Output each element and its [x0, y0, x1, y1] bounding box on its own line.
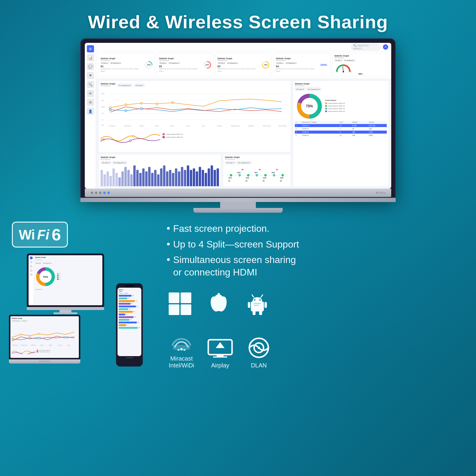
svg-text:June: June	[58, 344, 62, 346]
connections-row: Miracast Intel/WiDi Airpla	[167, 329, 464, 369]
bullet-1: •	[167, 222, 170, 235]
svg-text:75%: 75%	[43, 275, 48, 278]
tv-monitor: ⊞ 📊 💬 ⚑ 🔍 ✉ ⚙ 👤 🔍 Search to search... A	[80, 38, 396, 213]
android-icon	[244, 290, 271, 317]
laptop-chart-title: Statistic Graph	[12, 317, 78, 319]
dashboard-topbar: 🔍 Search to search... A	[96, 43, 391, 51]
donut-title: Statistic Graph	[295, 83, 387, 85]
bar-filter-categories[interactable]: All categories ▾	[112, 161, 127, 164]
svg-text:December: December	[278, 125, 287, 127]
timeline-filter-categories[interactable]: All categories ▾	[237, 161, 252, 164]
desktop-legend: sit sit sit sit	[57, 273, 60, 280]
feature-text-2: Up to 4 Split—screen Support	[173, 238, 464, 251]
svg-text:2014: 2014	[228, 177, 232, 179]
feature-item-1: • Fast screen projection.	[167, 222, 464, 235]
svg-text:August: August	[217, 125, 223, 127]
device-desktop: Statistic Graph All mentions: All stats …	[27, 253, 104, 314]
svg-text:June: June	[186, 125, 190, 127]
wifi-badge: Wi Fi 6	[12, 222, 68, 248]
svg-point-90	[29, 337, 31, 339]
timeline-filter-stats[interactable]: All stats ▾	[225, 161, 236, 164]
dashboard-content: 🔍 Search to search... A Statistic Graph …	[96, 43, 391, 189]
svg-point-86	[20, 334, 22, 335]
svg-text:2020: 2020	[280, 177, 284, 179]
svg-text:01: 01	[228, 180, 231, 182]
svg-text:October: October	[248, 125, 254, 127]
svg-text:March: March	[140, 125, 145, 127]
svg-text:July: July	[202, 125, 205, 127]
left-section: Wi Fi 6	[12, 222, 155, 367]
sidebar-chart-icon[interactable]: 📊	[87, 54, 94, 61]
table-row: 3ITEM 03520$100$	[295, 131, 387, 134]
line-chart-header: Statistic Graph All mentions: All catego…	[101, 83, 289, 87]
miracast-label: Miracast Intel/WiDi	[169, 355, 194, 369]
stat-card-5-info: Statistic Graph All mentions: All stats …	[334, 55, 387, 75]
svg-rect-115	[254, 305, 259, 306]
svg-text:2015: 2015	[237, 172, 240, 173]
svg-text:September: September	[231, 125, 240, 127]
stat-card-3-progress: 75%	[262, 61, 270, 69]
sidebar-flag-icon[interactable]: ⚑	[87, 72, 94, 79]
bullet-3: •	[167, 253, 170, 266]
stat-card-1-info: Statistic Graph All mentions: All stats …	[101, 57, 143, 72]
sidebar-msg-icon[interactable]: 💬	[87, 63, 94, 70]
user-avatar[interactable]: A	[383, 44, 388, 50]
svg-line-107	[261, 295, 263, 297]
charts-area: Statistic Graph All mentions: All catego…	[96, 79, 391, 189]
right-section: • Fast screen projection. • Up to 4 Spli…	[155, 222, 464, 369]
stat-card-2-num: 02	[159, 65, 201, 68]
stat-card-2: Statistic Graph All mentions: All stats …	[157, 53, 213, 77]
stat-card-2-info: Statistic Graph All mentions: All stats …	[159, 57, 201, 72]
bar-filter-stats[interactable]: All stats ▾	[101, 161, 111, 164]
bottom-charts-row: Statistic Graph All mentions: All stats …	[98, 154, 291, 187]
desktop-stat-sub: All mentions:	[35, 259, 101, 261]
biling-logo: ⚙ biling	[376, 191, 385, 194]
donut-chart-area: 75% Lorem ipsum Lorem ipsum dolor sit Lo…	[295, 92, 387, 121]
tv-frame: ⊞ 📊 💬 ⚑ 🔍 ✉ ⚙ 👤 🔍 Search to search... A	[80, 38, 396, 198]
stat-card-1: Statistic Graph All mentions: All stats …	[98, 53, 155, 77]
svg-line-106	[252, 295, 254, 297]
tv-stand-neck	[220, 202, 256, 208]
device-phone: StatisticGraph All stats ▾ All cat ▾ 60%	[116, 283, 143, 367]
sidebar-home-icon[interactable]: ⊞	[87, 45, 94, 52]
svg-rect-111	[264, 302, 267, 308]
stat-card-2-progress: 50%	[203, 61, 212, 69]
desktop-stand-base	[54, 312, 77, 314]
dashboard-sidebar: ⊞ 📊 💬 ⚑ 🔍 ✉ ⚙ 👤	[85, 43, 96, 189]
timeline-panel: Statistic Graph All mentions: All stats …	[223, 154, 291, 187]
svg-point-117	[180, 348, 183, 350]
svg-text:2016: 2016	[246, 177, 249, 179]
svg-text:February: February	[21, 344, 27, 346]
laptop-trackpad	[39, 361, 51, 362]
tv-dot-1	[91, 192, 93, 194]
svg-text:Tue: Tue	[101, 99, 104, 101]
search-box[interactable]: 🔍 Search to search...	[351, 43, 381, 51]
platforms-row	[167, 290, 464, 317]
desktop-inner: Statistic Graph All mentions: All stats …	[29, 255, 102, 305]
line-chart-filter-stats[interactable]: All stats ▾	[134, 84, 145, 87]
tv-dot-5	[107, 192, 110, 194]
laptop-legend: Lorem ipsum dolor sit Lorem ipsum dolor …	[37, 350, 50, 353]
airplay-icon	[205, 336, 235, 360]
sidebar-user-icon[interactable]: 👤	[87, 108, 94, 115]
svg-text:April: April	[40, 344, 43, 346]
donut-filter-categories[interactable]: All categories ▾	[306, 87, 321, 91]
apple-icon	[205, 290, 232, 317]
stat-card-3-sub: All mentions:	[217, 60, 260, 61]
feature-text-1: Fast screen projection.	[173, 223, 464, 235]
phone-notch	[125, 285, 134, 286]
desktop-screen: Statistic Graph All mentions: All stats …	[27, 253, 104, 307]
svg-point-58	[247, 174, 249, 176]
svg-point-50	[273, 174, 275, 176]
miracast-item: Miracast Intel/WiDi	[167, 329, 196, 369]
svg-point-7	[342, 71, 344, 73]
stat-card-3: Statistic Graph All mentions: All stats …	[215, 53, 272, 77]
line-chart-filter-categories[interactable]: All categories ▾	[117, 84, 132, 87]
donut-sub: All mentions:	[295, 85, 387, 87]
phone-home-indicator	[126, 357, 133, 358]
stat-card-1-title: Statistic Graph	[101, 57, 143, 60]
sidebar-mail-icon[interactable]: ✉	[87, 90, 94, 97]
sidebar-settings-icon[interactable]: ⚙	[87, 99, 94, 106]
donut-filter-stats[interactable]: All stats ▾	[295, 87, 306, 91]
sidebar-search-icon[interactable]: 🔍	[87, 81, 94, 88]
